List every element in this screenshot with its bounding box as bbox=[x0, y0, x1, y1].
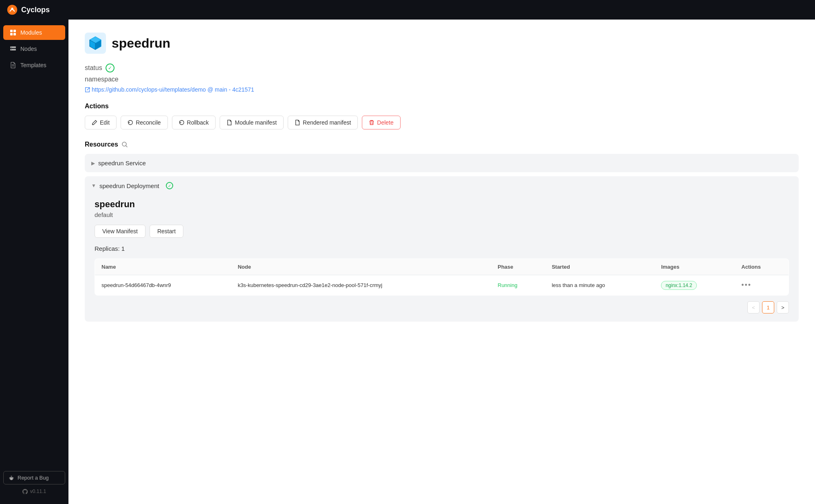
module-icon bbox=[85, 33, 106, 54]
report-bug-label: Report a Bug bbox=[18, 475, 49, 481]
resources-header: Resources bbox=[85, 141, 799, 148]
prev-icon: < bbox=[752, 305, 755, 311]
col-name: Name bbox=[95, 259, 231, 275]
reconcile-label: Reconcile bbox=[136, 119, 161, 126]
link-icon bbox=[85, 87, 90, 92]
status-check-icon: ✓ bbox=[106, 64, 115, 72]
pod-images: nginx:1.14.2 bbox=[654, 275, 735, 296]
app-logo: Cyclops bbox=[7, 4, 50, 15]
col-phase: Phase bbox=[491, 259, 545, 275]
sidebar-label-templates: Templates bbox=[20, 62, 46, 68]
module-manifest-label: Module manifest bbox=[235, 119, 277, 126]
service-resource-row[interactable]: ▶ speedrun Service bbox=[85, 154, 799, 172]
edit-label: Edit bbox=[100, 119, 110, 126]
table-row: speedrun-54d66467db-4wnr9 k3s-kubernetes… bbox=[95, 275, 789, 296]
svg-point-1 bbox=[11, 8, 13, 10]
rendered-document-icon bbox=[295, 120, 300, 125]
refresh-icon bbox=[128, 120, 133, 125]
col-node: Node bbox=[231, 259, 491, 275]
file-icon bbox=[10, 62, 16, 68]
rollback-label: Rollback bbox=[187, 119, 209, 126]
edit-icon bbox=[92, 120, 97, 125]
col-images: Images bbox=[654, 259, 735, 275]
sidebar-item-templates[interactable]: Templates bbox=[3, 58, 65, 72]
rollback-icon bbox=[179, 120, 185, 125]
namespace-link-text: https://github.com/cyclops-ui/templates/… bbox=[92, 86, 254, 93]
module-title: speedrun bbox=[112, 36, 170, 51]
prev-page-button[interactable]: < bbox=[747, 301, 760, 313]
app-name: Cyclops bbox=[21, 6, 50, 14]
document-icon bbox=[227, 120, 232, 125]
main-content: speedrun status ✓ namespace https://gith… bbox=[68, 20, 815, 504]
deployment-name: speedrun bbox=[95, 199, 789, 210]
sidebar-item-nodes[interactable]: Nodes bbox=[3, 42, 65, 56]
deployment-status-icon: ✓ bbox=[166, 182, 173, 189]
report-bug-button[interactable]: Report a Bug bbox=[3, 471, 65, 484]
bug-icon bbox=[9, 475, 14, 481]
pagination: < 1 > bbox=[95, 301, 789, 313]
pods-table: Name Node Phase Started Images Actions s… bbox=[95, 259, 789, 296]
next-page-button[interactable]: > bbox=[777, 301, 789, 313]
restart-button[interactable]: Restart bbox=[150, 225, 183, 238]
pod-actions[interactable]: ••• bbox=[735, 275, 789, 296]
grid-icon bbox=[10, 29, 16, 36]
rollback-button[interactable]: Rollback bbox=[172, 116, 216, 129]
search-icon bbox=[121, 141, 128, 148]
deployment-expanded: speedrun default View Manifest Restart R… bbox=[85, 191, 799, 322]
delete-label: Delete bbox=[377, 119, 393, 126]
col-actions: Actions bbox=[735, 259, 789, 275]
deployment-resource-name: speedrun Deployment bbox=[99, 182, 159, 189]
svg-point-9 bbox=[11, 49, 11, 50]
main-layout: Modules Nodes Templates bbox=[0, 20, 815, 504]
actions-row: Edit Reconcile Rollback bbox=[85, 116, 799, 129]
replicas-text: Replicas: 1 bbox=[95, 245, 789, 252]
sidebar: Modules Nodes Templates bbox=[0, 20, 68, 504]
next-icon: > bbox=[781, 305, 784, 311]
server-icon bbox=[10, 46, 16, 52]
image-badge: nginx:1.14.2 bbox=[661, 281, 696, 290]
sidebar-label-modules: Modules bbox=[20, 29, 42, 36]
sidebar-item-modules[interactable]: Modules bbox=[3, 25, 65, 40]
col-started: Started bbox=[545, 259, 654, 275]
sidebar-label-nodes: Nodes bbox=[20, 46, 37, 52]
status-label: status bbox=[85, 64, 102, 72]
resources-title: Resources bbox=[85, 141, 118, 148]
pod-name: speedrun-54d66467db-4wnr9 bbox=[95, 275, 231, 296]
page-1-button[interactable]: 1 bbox=[762, 301, 774, 313]
service-resource-name: speedrun Service bbox=[98, 160, 146, 167]
page-1-label: 1 bbox=[767, 305, 769, 311]
module-header: speedrun bbox=[85, 33, 799, 54]
pod-phase: Running bbox=[491, 275, 545, 296]
actions-section-title: Actions bbox=[85, 103, 799, 110]
svg-rect-5 bbox=[13, 33, 16, 35]
chevron-right-icon: ▶ bbox=[91, 160, 95, 166]
view-manifest-label: View Manifest bbox=[102, 228, 138, 234]
namespace-label: namespace bbox=[85, 76, 799, 83]
view-manifest-button[interactable]: View Manifest bbox=[95, 225, 145, 238]
version-label: v0.11.1 bbox=[30, 489, 46, 494]
status-row: status ✓ bbox=[85, 64, 799, 72]
restart-label: Restart bbox=[157, 228, 176, 234]
svg-rect-2 bbox=[10, 30, 13, 32]
svg-point-8 bbox=[11, 47, 11, 47]
reconcile-button[interactable]: Reconcile bbox=[121, 116, 167, 129]
module-manifest-button[interactable]: Module manifest bbox=[220, 116, 284, 129]
svg-rect-3 bbox=[13, 30, 16, 32]
delete-button[interactable]: Delete bbox=[362, 116, 400, 129]
namespace-link[interactable]: https://github.com/cyclops-ui/templates/… bbox=[85, 86, 799, 93]
deployment-namespace: default bbox=[95, 211, 789, 218]
trash-icon bbox=[369, 120, 374, 125]
github-icon bbox=[22, 489, 28, 494]
edit-button[interactable]: Edit bbox=[85, 116, 117, 129]
pod-node: k3s-kubernetes-speedrun-cd29-3ae1e2-node… bbox=[231, 275, 491, 296]
svg-rect-4 bbox=[10, 33, 13, 35]
more-actions-button[interactable]: ••• bbox=[741, 281, 751, 289]
sidebar-bottom: Report a Bug v0.11.1 bbox=[0, 466, 68, 499]
rendered-manifest-button[interactable]: Rendered manifest bbox=[288, 116, 358, 129]
phase-badge: Running bbox=[498, 282, 517, 288]
rendered-manifest-label: Rendered manifest bbox=[303, 119, 351, 126]
chevron-down-icon: ▼ bbox=[91, 183, 96, 188]
version-info: v0.11.1 bbox=[3, 489, 65, 494]
topbar: Cyclops bbox=[0, 0, 815, 20]
cyclops-logo-icon bbox=[7, 4, 18, 15]
